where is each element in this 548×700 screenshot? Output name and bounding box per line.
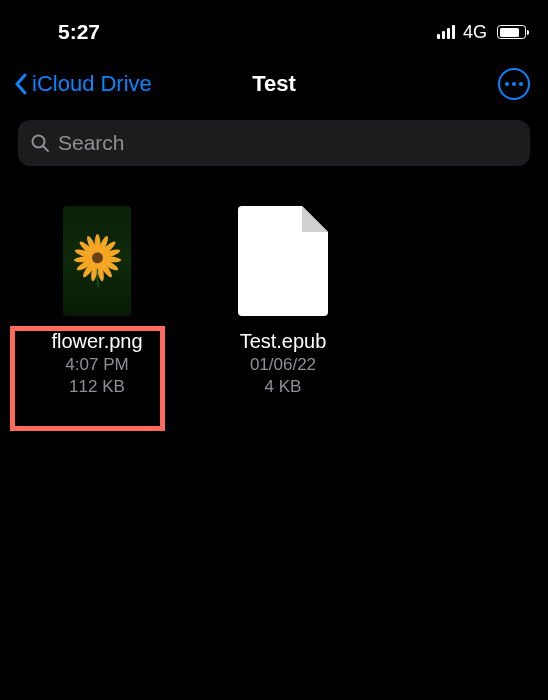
status-time: 5:27: [58, 20, 100, 44]
back-button[interactable]: iCloud Drive: [14, 71, 152, 97]
file-size: 112 KB: [69, 377, 125, 397]
svg-point-0: [33, 136, 45, 148]
file-name: Test.epub: [240, 330, 327, 353]
file-item[interactable]: flower.png 4:07 PM 112 KB: [22, 206, 172, 397]
page-fold-icon: [302, 206, 328, 232]
file-thumbnail: [238, 206, 328, 316]
page-title: Test: [252, 71, 296, 97]
search-icon: [30, 133, 50, 153]
file-thumbnail: [63, 206, 131, 316]
search-placeholder: Search: [58, 131, 125, 155]
svg-line-1: [44, 147, 49, 152]
nav-bar: iCloud Drive Test: [0, 50, 548, 114]
status-icons: 4G: [437, 22, 526, 43]
file-name: flower.png: [51, 330, 142, 353]
file-item[interactable]: Test.epub 01/06/22 4 KB: [208, 206, 358, 397]
file-size: 4 KB: [265, 377, 302, 397]
back-label: iCloud Drive: [32, 71, 152, 97]
more-button[interactable]: [498, 68, 530, 100]
search-input[interactable]: Search: [18, 120, 530, 166]
file-time: 01/06/22: [250, 355, 316, 375]
battery-icon: [497, 25, 526, 39]
svg-point-17: [92, 252, 103, 263]
status-bar: 5:27 4G: [0, 0, 548, 50]
signal-icon: [437, 25, 455, 39]
network-label: 4G: [463, 22, 487, 43]
file-time: 4:07 PM: [65, 355, 128, 375]
files-grid: flower.png 4:07 PM 112 KB Test.epub 01/0…: [0, 166, 548, 397]
chevron-left-icon: [14, 73, 28, 95]
